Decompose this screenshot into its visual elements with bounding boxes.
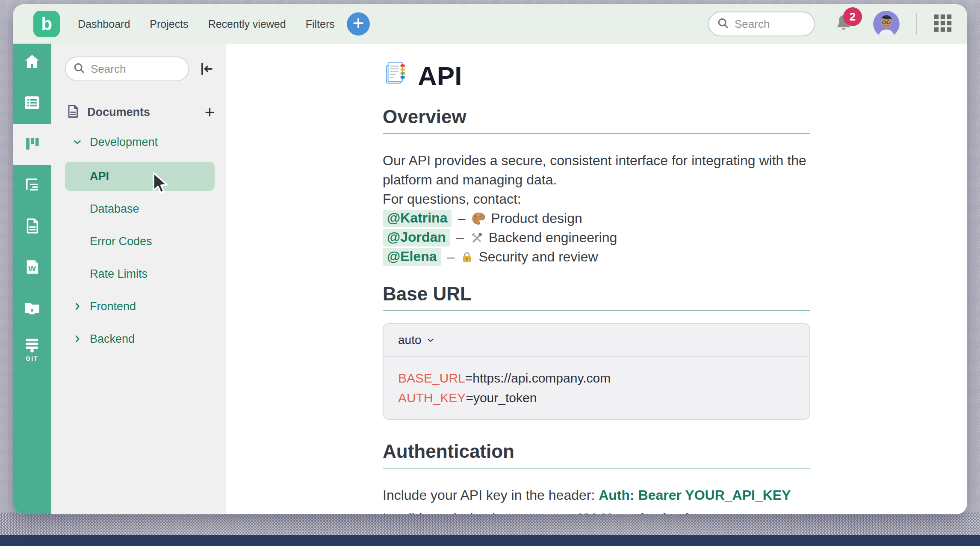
tree-item-frontend[interactable]: Frontend bbox=[65, 297, 215, 316]
heading-rule bbox=[383, 468, 810, 469]
section-heading-base-url: Base URL bbox=[383, 284, 810, 304]
rail-item-list[interactable] bbox=[13, 90, 51, 117]
top-navigation: Dashboard Projects Recently viewed Filte… bbox=[78, 18, 335, 30]
contact-lead-text: For questions, contact: bbox=[383, 191, 521, 207]
global-search-input[interactable] bbox=[735, 18, 806, 31]
document-icon bbox=[65, 104, 80, 121]
hammer-wrench-icon bbox=[470, 231, 484, 245]
notification-badge: 2 bbox=[843, 7, 862, 26]
topbar-divider bbox=[916, 13, 917, 35]
code-value: =https://api.company.com bbox=[465, 371, 611, 385]
rail-item-document[interactable] bbox=[13, 213, 51, 240]
contact-role: Backend engineering bbox=[489, 230, 617, 246]
chevron-right-icon bbox=[72, 333, 83, 344]
word-file-icon: W bbox=[23, 258, 41, 278]
tree-item-label: Error Codes bbox=[90, 235, 152, 248]
documents-sidebar: Documents + Development API Database Er bbox=[51, 44, 226, 514]
mention-jordan[interactable]: @Jordan bbox=[383, 229, 450, 246]
heading-rule bbox=[383, 133, 810, 134]
tree-item-label: Development bbox=[90, 136, 158, 149]
grid-icon bbox=[931, 12, 954, 36]
add-document-button[interactable]: + bbox=[205, 104, 215, 121]
search-icon bbox=[717, 17, 729, 31]
dash-separator: – bbox=[447, 249, 455, 265]
code-block-body: BASE_URL=https://api.company.com AUTH_KE… bbox=[384, 357, 809, 419]
collapse-panel-icon bbox=[198, 60, 215, 77]
tree-item-backend[interactable]: Backend bbox=[65, 329, 215, 348]
tree-item-api-selected[interactable]: API bbox=[65, 162, 215, 191]
tree-item-rate-limits[interactable]: Rate Limits bbox=[65, 264, 215, 283]
plus-icon bbox=[352, 17, 365, 31]
document-content: API Overview Our API provides a secure, … bbox=[226, 44, 967, 514]
search-icon bbox=[73, 62, 86, 76]
heading-rule bbox=[383, 310, 810, 311]
topbar: b Dashboard Projects Recently viewed Fil… bbox=[13, 4, 967, 44]
home-icon bbox=[23, 53, 41, 72]
user-avatar[interactable] bbox=[873, 11, 900, 37]
code-value: =your_token bbox=[466, 391, 537, 405]
tree-item-development[interactable]: Development bbox=[65, 133, 215, 151]
nav-recently-viewed[interactable]: Recently viewed bbox=[208, 18, 286, 30]
documents-section-label: Documents bbox=[87, 106, 198, 119]
chevron-down-icon bbox=[426, 335, 435, 345]
contact-row: @Jordan – Backend engineering bbox=[383, 228, 810, 247]
outline-tree-icon bbox=[23, 176, 41, 196]
list-board-icon bbox=[23, 93, 41, 114]
code-block: auto BASE_URL=https://api.company.com AU… bbox=[383, 323, 810, 420]
tree-item-label: API bbox=[65, 170, 109, 183]
rail-item-outline[interactable] bbox=[13, 172, 51, 199]
tree-item-label: Frontend bbox=[90, 300, 136, 313]
app-logo-letter: b bbox=[41, 14, 52, 34]
app-rail: W GIT bbox=[13, 44, 51, 514]
tree-item-label: Rate Limits bbox=[90, 267, 148, 281]
contact-row: @Katrina – Product design bbox=[383, 209, 810, 228]
dash-separator: – bbox=[458, 211, 465, 226]
mention-elena[interactable]: @Elena bbox=[383, 248, 441, 266]
auth-line-1-text: Include your API key in the header: bbox=[383, 487, 599, 503]
nav-filters[interactable]: Filters bbox=[306, 18, 335, 30]
code-line: BASE_URL=https://api.company.com bbox=[398, 368, 795, 388]
auth-401-code: 401 Unauthorized bbox=[575, 510, 689, 514]
notifications-button[interactable]: 2 bbox=[834, 13, 853, 35]
rail-item-git[interactable]: GIT bbox=[13, 336, 51, 364]
section-heading-authentication: Authentication bbox=[383, 441, 810, 462]
nav-projects[interactable]: Projects bbox=[150, 18, 188, 30]
tree-item-label: Backend bbox=[90, 332, 135, 346]
app-logo[interactable]: b bbox=[33, 11, 60, 37]
mention-katrina[interactable]: @Katrina bbox=[383, 210, 452, 227]
code-key: BASE_URL bbox=[398, 371, 465, 385]
code-language-selector[interactable]: auto bbox=[398, 332, 435, 348]
collapse-sidebar-button[interactable] bbox=[198, 60, 215, 77]
auth-line-1: Include your API key in the header: Auth… bbox=[383, 486, 810, 504]
kanban-board-icon bbox=[23, 134, 41, 155]
taskbar-strip bbox=[0, 535, 980, 546]
contact-role: Product design bbox=[491, 211, 582, 226]
section-heading-overview: Overview bbox=[383, 107, 810, 127]
tree-item-error-codes[interactable]: Error Codes bbox=[65, 232, 215, 251]
tree-item-database[interactable]: Database bbox=[65, 199, 215, 218]
sidebar-search[interactable] bbox=[65, 56, 189, 81]
rail-item-word-file[interactable]: W bbox=[13, 254, 51, 282]
bookmark-tabs-icon bbox=[383, 61, 407, 91]
code-line: AUTH_KEY=your_token bbox=[398, 388, 795, 408]
create-new-button[interactable] bbox=[347, 12, 370, 36]
document-icon bbox=[23, 217, 41, 237]
tree-item-label: Database bbox=[90, 202, 139, 216]
bell-icon bbox=[834, 27, 853, 34]
documents-section-header[interactable]: Documents + bbox=[65, 104, 215, 121]
page-title: API bbox=[383, 61, 810, 91]
auth-header-code: Auth: Bearer YOUR_API_KEY bbox=[599, 487, 791, 503]
rail-item-kanban-active[interactable] bbox=[13, 124, 51, 165]
global-search[interactable] bbox=[708, 12, 815, 36]
avatar-image bbox=[873, 11, 900, 37]
rail-item-home[interactable] bbox=[13, 49, 51, 76]
folder-network-icon bbox=[23, 299, 41, 319]
nav-dashboard[interactable]: Dashboard bbox=[78, 18, 130, 30]
lock-icon bbox=[460, 250, 473, 264]
apps-grid-button[interactable] bbox=[931, 12, 954, 36]
sidebar-search-input[interactable] bbox=[91, 62, 181, 76]
app-window: b Dashboard Projects Recently viewed Fil… bbox=[13, 4, 967, 514]
svg-text:W: W bbox=[28, 264, 36, 273]
rail-item-folder-network[interactable] bbox=[13, 295, 51, 323]
auth-line-2-text: Invalid or missing key returns a bbox=[383, 510, 575, 514]
